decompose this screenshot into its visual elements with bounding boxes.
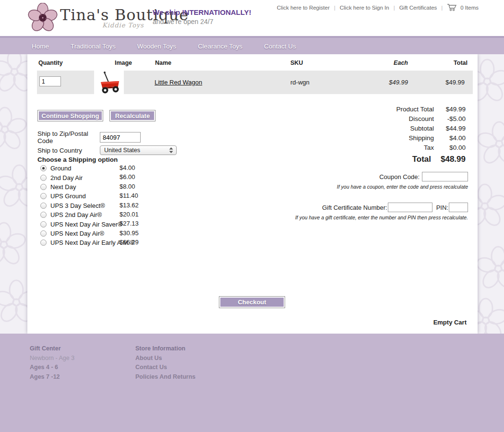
shipping-option-price: $20.01 <box>120 211 139 218</box>
gift-certificate-number-input[interactable] <box>388 203 432 212</box>
promo-prefix: We ship <box>153 8 182 16</box>
promo-line2: and we're open 24/7 <box>153 18 252 25</box>
shipping-option: UPS 2nd Day Air®$20.01 <box>37 210 181 219</box>
gift-certificate-number-label: Gift Certificate Number: <box>322 204 387 211</box>
footer-link-contact-us[interactable]: Contact Us <box>135 364 195 373</box>
shipping-option-radio[interactable] <box>40 221 47 228</box>
shipping-option-label: UPS 2nd Day Air® <box>50 211 102 218</box>
footer-gift-center-column: Gift Center Newborn - Age 3 Ages 4 - 6 A… <box>30 345 74 383</box>
footer-column-heading: Store Information <box>135 345 195 355</box>
nav-item-traditional-toys[interactable]: Traditional Toys <box>71 43 116 50</box>
sign-in-link[interactable]: Click here to Sign In <box>340 5 389 11</box>
promo-emphasis: INTERNATIONALLY! <box>182 8 251 16</box>
shipping-option-radio[interactable] <box>40 184 47 190</box>
shipping-option-price: $27.13 <box>120 220 139 227</box>
footer-column-heading: Gift Center <box>30 345 74 355</box>
country-select[interactable]: United States <box>100 145 177 155</box>
shipping-option: Next Day$8.00 <box>37 182 181 192</box>
shipping-option-price: $13.62 <box>120 202 139 209</box>
totals-label: Subtotal <box>410 125 434 132</box>
shipping-option: 2nd Day Air$6.00 <box>37 173 181 182</box>
nav-item-wooden-toys[interactable]: Wooden Toys <box>137 43 176 50</box>
separator: | <box>334 5 336 11</box>
zip-input[interactable] <box>100 132 141 143</box>
shipping-option-radio[interactable] <box>40 203 47 209</box>
cart-status[interactable]: 0 Items <box>447 4 479 11</box>
shipping-option-radio[interactable] <box>40 175 47 181</box>
separator: | <box>394 5 395 11</box>
red-wagon-image <box>94 69 124 95</box>
footer-link-newborn-age3[interactable]: Newborn - Age 3 <box>30 355 74 364</box>
shipping-option-label: 2nd Day Air <box>50 174 83 181</box>
product-total-price: $49.99 <box>411 79 465 86</box>
recalculate-button[interactable]: Recalculate <box>109 110 156 121</box>
shipping-options-list: Ground$4.00 2nd Day Air$6.00 Next Day$8.… <box>37 164 181 248</box>
pin-label: PIN: <box>436 204 448 211</box>
empty-cart-link[interactable]: Empty Cart <box>433 319 467 326</box>
totals-value: $44.99 <box>434 125 466 132</box>
account-links: Click here to Register | Click here to S… <box>277 4 479 11</box>
site-footer: Gift Center Newborn - Age 3 Ages 4 - 6 A… <box>0 334 504 432</box>
shipping-option-label: UPS Next Day Air® <box>50 230 104 237</box>
totals-row: Shipping$4.00 <box>274 134 466 144</box>
footer-link-about-us[interactable]: About Us <box>135 355 195 364</box>
column-header-each: Each <box>335 60 408 66</box>
totals-label: Product Total <box>396 106 434 113</box>
coupon-code-label: Coupon Code: <box>379 173 420 180</box>
shipping-option: UPS Next Day Air®$30.95 <box>37 229 181 238</box>
product-name-link[interactable]: Little Red Wagon <box>155 79 202 86</box>
register-link[interactable]: Click here to Register <box>277 5 330 11</box>
nav-item-clearance-toys[interactable]: Clearance Toys <box>198 43 242 50</box>
shipping-option-radio[interactable] <box>40 240 47 246</box>
product-thumbnail <box>94 69 124 95</box>
ship-to-country-row: Ship to Country United States <box>37 145 177 155</box>
shipping-option-label: Next Day <box>50 183 76 191</box>
gift-certificate-note: If you have a gift certificate, enter th… <box>295 215 468 220</box>
column-header-image: Image <box>95 60 152 66</box>
site-header: Tina's Boutique Kiddie Toys We ship INTE… <box>0 0 504 36</box>
cart-item-row: Little Red Wagon rd-wgn $49.99 $49.99 <box>37 71 473 94</box>
separator: | <box>441 5 443 11</box>
checkout-button[interactable]: Checkout <box>219 296 285 308</box>
shipping-option-label: UPS Ground <box>50 192 86 200</box>
shipping-option: UPS Ground$11.40 <box>37 192 181 201</box>
shipping-option-radio[interactable] <box>40 230 47 237</box>
gift-certificate-section: Gift Certificate Number: PIN: If you hav… <box>295 203 468 220</box>
shipping-option-label: UPS Next Day Air Saver® <box>50 221 122 228</box>
shipping-option-price: $66.29 <box>120 239 139 246</box>
country-label: Ship to Country <box>37 147 100 154</box>
shipping-option-radio[interactable] <box>40 193 47 199</box>
nav-item-home[interactable]: Home <box>32 43 49 50</box>
nav-item-contact-us[interactable]: Contact Us <box>264 43 296 50</box>
cart-table-header: Quantity Image Name SKU Each Total <box>27 60 478 69</box>
pin-input[interactable] <box>449 203 468 212</box>
totals-value: -$5.00 <box>434 115 466 122</box>
column-header-quantity: Quantity <box>38 60 63 66</box>
gift-certificates-link[interactable]: Gift Certificates <box>399 5 437 11</box>
shipping-option-radio[interactable] <box>40 165 47 171</box>
footer-store-info-column: Store Information About Us Contact Us Po… <box>135 345 195 383</box>
order-totals: Product Total$49.99 Discount-$5.00 Subto… <box>274 106 466 167</box>
shipping-option-price: $6.00 <box>120 173 135 180</box>
totals-row: Product Total$49.99 <box>274 106 466 115</box>
footer-link-policies-returns[interactable]: Policies And Returns <box>135 373 195 383</box>
shipping-option: UPS 3 Day Select®$13.62 <box>37 201 181 210</box>
column-header-name: Name <box>155 60 171 66</box>
promo-banner: We ship INTERNATIONALLY! and we're open … <box>153 8 252 25</box>
footer-link-ages-4-6[interactable]: Ages 4 - 6 <box>30 364 74 373</box>
footer-link-ages-7-12[interactable]: Ages 7 -12 <box>30 373 74 383</box>
column-header-total: Total <box>411 60 468 66</box>
shipping-option-label: UPS 3 Day Select® <box>50 202 105 209</box>
totals-label: Shipping <box>408 134 434 142</box>
shipping-option-label: Ground <box>50 165 71 172</box>
cart-page-panel: Quantity Image Name SKU Each Total Littl… <box>27 54 478 334</box>
totals-row: Discount-$5.00 <box>274 115 466 125</box>
shipping-option-radio[interactable] <box>40 212 47 218</box>
coupon-code-input[interactable] <box>422 172 468 181</box>
shipping-option: Ground$4.00 <box>37 164 181 173</box>
select-stepper-icon <box>169 147 173 153</box>
coupon-section: Coupon Code: If you have a coupon, enter… <box>337 172 468 190</box>
shipping-option-price: $4.00 <box>120 164 135 171</box>
continue-shopping-button[interactable]: Continue Shopping <box>37 110 103 121</box>
quantity-input[interactable] <box>39 76 61 86</box>
